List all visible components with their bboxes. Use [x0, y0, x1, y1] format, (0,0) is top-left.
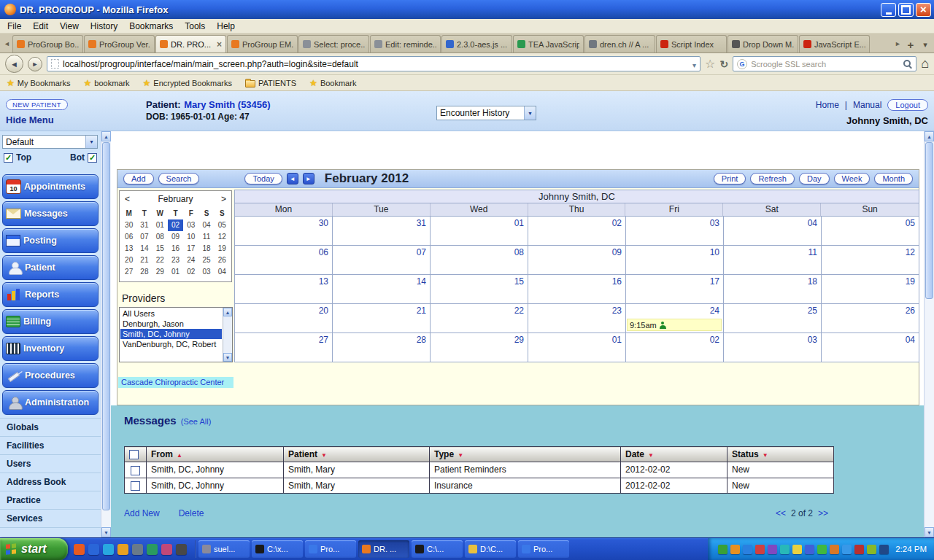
- minical-date[interactable]: 13: [121, 243, 136, 254]
- minical-date[interactable]: 18: [198, 243, 214, 254]
- quicklaunch-icon[interactable]: [147, 544, 158, 555]
- minical-date[interactable]: 20: [121, 254, 136, 266]
- sidebar-item-messages[interactable]: Messages: [2, 201, 99, 226]
- patient-cell[interactable]: Smith, Mary: [284, 478, 430, 493]
- minical-date[interactable]: 31: [136, 219, 152, 231]
- search-engine-icon[interactable]: [737, 59, 747, 69]
- scrollbar-thumb[interactable]: [102, 142, 110, 510]
- menu-tools[interactable]: Tools: [179, 20, 211, 33]
- listbox-scrollbar[interactable]: [223, 308, 232, 362]
- minical-prev[interactable]: <: [125, 194, 130, 204]
- column-header-status[interactable]: Status▼: [727, 447, 834, 462]
- calendar-cell[interactable]: 08: [431, 246, 528, 275]
- quicklaunch-icon[interactable]: [132, 544, 143, 555]
- calendar-cell[interactable]: 26: [822, 304, 919, 333]
- calendar-cell[interactable]: 23: [528, 304, 626, 333]
- scroll-up-icon[interactable]: [223, 308, 232, 316]
- manual-link[interactable]: Manual: [853, 100, 881, 110]
- sidebar-item-posting[interactable]: Posting: [2, 228, 99, 253]
- scroll-down-icon[interactable]: [925, 527, 934, 537]
- minical-date[interactable]: 12: [215, 231, 230, 243]
- calendar-cell[interactable]: 02: [626, 333, 724, 362]
- minical-date[interactable]: 24: [183, 254, 198, 266]
- day-view-button[interactable]: Day: [799, 173, 830, 184]
- search-box[interactable]: Scroogle SSL search: [733, 56, 916, 71]
- tray-icon[interactable]: [842, 545, 852, 554]
- column-header-date[interactable]: Date▼: [621, 447, 727, 462]
- delete-link[interactable]: Delete: [179, 508, 204, 518]
- page-scrollbar[interactable]: [924, 131, 934, 537]
- minical-date[interactable]: 01: [153, 219, 168, 231]
- sidebar-subitem-address-book[interactable]: Address Book: [0, 473, 101, 491]
- calendar-cell[interactable]: 07: [333, 246, 431, 275]
- menu-history[interactable]: History: [85, 20, 123, 33]
- calendar-cell[interactable]: 03: [724, 333, 822, 362]
- sidebar-subitem-facilities[interactable]: Facilities: [0, 437, 101, 455]
- minical-date[interactable]: 02: [168, 219, 183, 231]
- sidebar-scrollbar[interactable]: [101, 131, 111, 537]
- calendar-cell[interactable]: 22: [431, 304, 528, 333]
- calendar-cell[interactable]: 10: [626, 246, 724, 275]
- calendar-cell[interactable]: 29: [431, 333, 528, 362]
- minical-date[interactable]: 09: [168, 231, 183, 243]
- minical-date[interactable]: 19: [215, 243, 230, 254]
- add-new-link[interactable]: Add New: [124, 508, 160, 518]
- bookmark-item[interactable]: ★Encrypted Bookmarks: [143, 78, 232, 88]
- tray-icon[interactable]: [718, 545, 727, 554]
- scroll-down-icon[interactable]: [223, 353, 232, 362]
- quicklaunch-icon[interactable]: [103, 544, 114, 555]
- calendar-cell[interactable]: 21: [333, 304, 431, 333]
- scroll-up-icon[interactable]: [101, 131, 111, 141]
- calendar-cell[interactable]: 18: [724, 275, 822, 304]
- tab-list-icon[interactable]: [918, 36, 933, 52]
- top-checkbox[interactable]: [4, 153, 13, 163]
- quicklaunch-icon[interactable]: [88, 544, 99, 555]
- taskbar-task[interactable]: Pro...: [305, 540, 356, 558]
- tray-icon[interactable]: [780, 545, 790, 554]
- tab[interactable]: Drop Down M...: [727, 35, 798, 52]
- column-header-from[interactable]: From▲: [147, 447, 284, 462]
- url-bar[interactable]: localhost/progroup/interface/main/main_s…: [47, 56, 700, 71]
- tab[interactable]: ProGroup Ver...: [84, 35, 155, 52]
- minical-date[interactable]: 03: [198, 266, 214, 278]
- home-icon[interactable]: [921, 56, 929, 71]
- taskbar-task[interactable]: suel...: [198, 540, 250, 558]
- tray-icon[interactable]: [743, 545, 752, 554]
- search-button[interactable]: Search: [158, 173, 200, 184]
- taskbar-task[interactable]: Pro...: [518, 540, 569, 558]
- menu-view[interactable]: View: [54, 20, 85, 33]
- tray-icon[interactable]: [854, 545, 864, 554]
- sidebar-item-patient[interactable]: Patient: [2, 255, 99, 280]
- bot-checkbox[interactable]: [88, 153, 97, 163]
- next-month-icon[interactable]: [303, 173, 314, 184]
- tray-icon[interactable]: [830, 545, 839, 554]
- tray-icon[interactable]: [879, 545, 889, 554]
- calendar-cell[interactable]: 15: [431, 275, 528, 304]
- tab-close-icon[interactable]: ×: [217, 39, 222, 50]
- new-tab-button[interactable]: [903, 36, 918, 52]
- minical-date[interactable]: 22: [153, 254, 168, 266]
- minical-date[interactable]: 04: [215, 266, 230, 278]
- calendar-cell[interactable]: 09: [528, 246, 626, 275]
- tab[interactable]: JavaScript E...: [799, 35, 870, 52]
- minical-date[interactable]: 25: [198, 254, 214, 266]
- provider-item[interactable]: All Users: [120, 308, 222, 319]
- bookmark-item[interactable]: ★Bookmark: [309, 78, 356, 88]
- calendar-cell[interactable]: 02: [528, 217, 626, 246]
- new-patient-button[interactable]: NEW PATIENT: [6, 99, 68, 110]
- refresh-button[interactable]: Refresh: [750, 173, 795, 184]
- tab[interactable]: TEA JavaScript: [513, 35, 584, 52]
- minical-date[interactable]: 01: [168, 266, 183, 278]
- encounter-history-select[interactable]: Encounter History: [436, 106, 536, 120]
- search-icon[interactable]: [903, 59, 912, 69]
- checkbox[interactable]: [131, 466, 140, 475]
- tab[interactable]: Script Index: [656, 35, 727, 52]
- tray-icon[interactable]: [817, 545, 827, 554]
- tab[interactable]: 2.3.0-aes.js ...: [441, 35, 512, 52]
- tray-icon[interactable]: [792, 545, 802, 554]
- tab-scroll-left-icon[interactable]: [1, 35, 12, 52]
- sidebar-item-procedures[interactable]: Procedures: [2, 363, 99, 388]
- sidebar-item-administration[interactable]: Administration: [2, 390, 99, 415]
- minical-date[interactable]: 03: [183, 219, 198, 231]
- month-view-button[interactable]: Month: [874, 173, 913, 184]
